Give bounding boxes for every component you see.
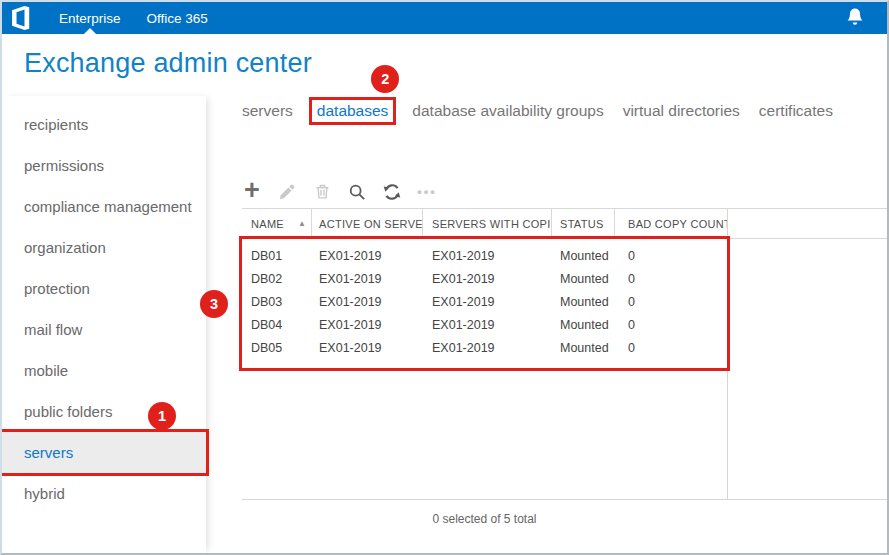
- table-body: 3 DB01 EX01-2019 EX01-2019 Mounted 0 DB0…: [242, 239, 887, 499]
- active-tab-notch: [84, 28, 96, 34]
- cell-name: DB04: [242, 318, 312, 332]
- cell-name: DB03: [242, 295, 312, 309]
- top-bar: Enterprise Office 365: [2, 2, 887, 34]
- top-nav-office365[interactable]: Office 365: [134, 2, 221, 34]
- cell-active: EX01-2019: [312, 295, 423, 309]
- sidebar-item-permissions[interactable]: permissions: [2, 145, 206, 186]
- list-toolbar: +: [242, 178, 887, 205]
- highlighted-rows-region: 3 DB01 EX01-2019 EX01-2019 Mounted 0 DB0…: [242, 239, 727, 368]
- column-header-bad-copy-count[interactable]: BAD COPY COUNT: [615, 209, 727, 238]
- table-row-db01[interactable]: DB01 EX01-2019 EX01-2019 Mounted 0: [242, 244, 727, 267]
- tab-databases[interactable]: databases 2: [312, 100, 394, 122]
- tab-certificates[interactable]: certificates: [759, 102, 833, 120]
- sidebar-item-hybrid[interactable]: hybrid: [2, 473, 206, 514]
- title-row: Exchange admin center: [2, 34, 887, 96]
- selection-summary: 0 selected of 5 total: [242, 500, 727, 526]
- cell-name: DB01: [242, 249, 312, 263]
- cell-status: Mounted: [552, 318, 615, 332]
- sidebar-item-mail-flow[interactable]: mail flow: [2, 309, 206, 350]
- cell-status: Mounted: [552, 272, 615, 286]
- table-footer: 0 selected of 5 total: [242, 499, 887, 553]
- sidebar-item-servers[interactable]: servers 1: [2, 432, 206, 473]
- annotation-step-1: 1: [148, 402, 176, 430]
- delete-trash-icon[interactable]: [312, 182, 332, 202]
- top-nav-enterprise-label: Enterprise: [59, 11, 121, 26]
- cell-status: Mounted: [552, 249, 615, 263]
- column-header-servers-with-copies[interactable]: SERVERS WITH COPIES: [423, 209, 552, 238]
- annotation-step-3: 3: [200, 290, 228, 318]
- table-row-db03[interactable]: DB03 EX01-2019 EX01-2019 Mounted 0: [242, 290, 727, 313]
- main-content: servers databases 2 database availabilit…: [206, 96, 887, 553]
- cell-bad-copy-count: 0: [615, 295, 727, 309]
- cell-active: EX01-2019: [312, 318, 423, 332]
- table-header-row: NAME ▲ ACTIVE ON SERVER SERVERS WITH COP…: [242, 208, 887, 239]
- column-header-status[interactable]: STATUS: [552, 209, 615, 238]
- sidebar-item-organization[interactable]: organization: [2, 227, 206, 268]
- cell-bad-copy-count: 0: [615, 318, 727, 332]
- body-filler: [727, 239, 887, 499]
- exchange-admin-center-window: Enterprise Office 365 Exchange admin cen…: [0, 0, 889, 555]
- search-icon[interactable]: [347, 182, 367, 202]
- sidebar-item-recipients[interactable]: recipients: [2, 104, 206, 145]
- cell-bad-copy-count: 0: [615, 341, 727, 355]
- cell-active: EX01-2019: [312, 272, 423, 286]
- cell-bad-copy-count: 0: [615, 272, 727, 286]
- office-logo-icon: [11, 6, 32, 30]
- more-ellipsis-icon[interactable]: •••: [417, 182, 437, 202]
- table-row-db05[interactable]: DB05 EX01-2019 EX01-2019 Mounted 0: [242, 336, 727, 359]
- databases-table: NAME ▲ ACTIVE ON SERVER SERVERS WITH COP…: [242, 208, 887, 553]
- cell-name: DB05: [242, 341, 312, 355]
- cell-bad-copy-count: 0: [615, 249, 727, 263]
- add-icon[interactable]: +: [242, 180, 262, 200]
- table-row-db02[interactable]: DB02 EX01-2019 EX01-2019 Mounted 0: [242, 267, 727, 290]
- cell-copies: EX01-2019: [423, 272, 552, 286]
- tab-databases-label: databases: [317, 102, 389, 119]
- top-nav-enterprise[interactable]: Enterprise: [46, 2, 134, 34]
- notifications-bell-icon[interactable]: [845, 7, 865, 29]
- refresh-icon[interactable]: [382, 182, 402, 202]
- content-tabs: servers databases 2 database availabilit…: [242, 96, 887, 126]
- cell-active: EX01-2019: [312, 341, 423, 355]
- tab-database-availability-groups[interactable]: database availability groups: [412, 102, 603, 120]
- column-header-active-on-server[interactable]: ACTIVE ON SERVER: [312, 209, 423, 238]
- page-title: Exchange admin center: [24, 48, 887, 79]
- cell-active: EX01-2019: [312, 249, 423, 263]
- sort-ascending-icon: ▲: [298, 219, 306, 228]
- cell-status: Mounted: [552, 295, 615, 309]
- column-header-name[interactable]: NAME ▲: [242, 209, 312, 238]
- cell-copies: EX01-2019: [423, 249, 552, 263]
- sidebar-item-mobile[interactable]: mobile: [2, 350, 206, 391]
- cell-status: Mounted: [552, 341, 615, 355]
- top-nav-office365-label: Office 365: [147, 11, 208, 26]
- cell-copies: EX01-2019: [423, 341, 552, 355]
- sidebar-item-compliance-management[interactable]: compliance management: [2, 186, 206, 227]
- cell-copies: EX01-2019: [423, 318, 552, 332]
- top-nav: Enterprise Office 365: [46, 2, 221, 34]
- table-row-db04[interactable]: DB04 EX01-2019 EX01-2019 Mounted 0: [242, 313, 727, 336]
- sidebar-item-servers-label: servers: [24, 444, 73, 461]
- cell-copies: EX01-2019: [423, 295, 552, 309]
- header-filler: [727, 209, 887, 238]
- tab-virtual-directories[interactable]: virtual directories: [623, 102, 740, 120]
- sidebar-item-protection[interactable]: protection: [2, 268, 206, 309]
- edit-pencil-icon[interactable]: [277, 182, 297, 202]
- tab-servers[interactable]: servers: [242, 102, 293, 120]
- cell-name: DB02: [242, 272, 312, 286]
- sidebar: recipients permissions compliance manage…: [2, 96, 206, 553]
